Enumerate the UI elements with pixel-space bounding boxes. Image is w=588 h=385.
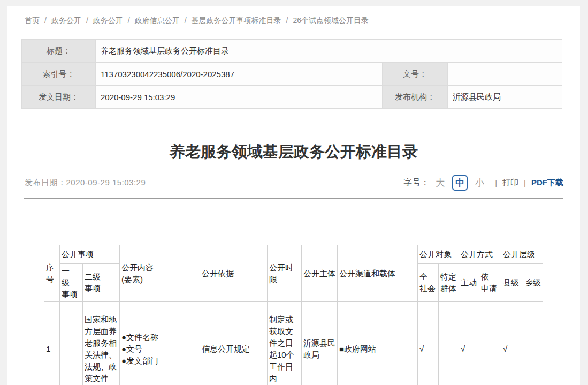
col-time-limit: 公开时 限 [268,245,302,302]
col-method-group: 公开方式 [459,245,501,264]
col-subject: 公开主体 [302,245,338,302]
col-content: 公开内容 (要素) [120,245,200,302]
breadcrumb-separator: / [185,16,187,25]
cell-subject: 沂源县民政局 [302,302,338,385]
meta-docnum-label: 文号： [383,63,448,86]
print-button[interactable]: 打印 [502,178,518,188]
breadcrumb-pilot-catalog[interactable]: 26个试点领域公开目录 [293,16,369,25]
col-method-active: 主动 [459,264,479,302]
publish-date-value: 2020-09-29 15:03:29 [66,178,146,187]
breadcrumb-zwgk-2[interactable]: 政务公开 [93,16,123,25]
meta-row-index: 索引号： 113703230042235006/2020-2025387 文号： [22,63,562,86]
document-meta-table: 标题： 养老服务领域基层政务公开标准目录 索引号： 11370323004223… [21,39,562,109]
col-basis: 公开依据 [200,245,268,302]
content-card: 首页/政务公开/政务公开/政府信息公开/基层政务公开事项标准目录/26个试点领域… [7,6,580,385]
catalog-header-row-1: 序 号 公开事项 公开内容 (要素) 公开依据 公开时 限 公开主体 公开渠道和… [44,245,543,264]
cell-content: ●文件名称 ●文号 ●发文部门 [120,302,200,385]
breadcrumb-gov-info[interactable]: 政府信息公开 [135,16,180,25]
col-channel: 公开渠道和载体 [338,245,418,302]
col-target-all: 全 社会 [418,264,439,302]
publish-date: 发布日期：2020-09-29 15:03:29 [25,178,146,188]
cell-target-specific [439,302,459,385]
pdf-download-button[interactable]: PDF下载 [531,178,563,188]
cell-level-county: √ [501,302,523,385]
meta-date-value: 2020-09-29 15:03:29 [96,86,383,109]
col-level2: 二级 事项 [83,264,120,302]
breadcrumb-home[interactable]: 首页 [25,16,40,25]
col-level-township: 乡级 [523,264,543,302]
fontsize-label: 字号： [403,177,429,188]
cell-method-request [479,302,501,385]
page-title: 养老服务领域基层政务公开标准目录 [7,141,580,162]
breadcrumb-separator: / [128,16,130,25]
meta-row-title: 标题： 养老服务领域基层政务公开标准目录 [22,40,562,63]
breadcrumb-separator: / [44,16,47,25]
cell-level1 [60,302,83,385]
breadcrumb-separator: / [86,16,88,25]
meta-title-label: 标题： [22,40,96,63]
publish-date-label: 发布日期： [25,178,66,187]
col-item-group: 公开事项 [60,245,120,264]
cell-level2: 国家和地方层面养老服务相关法律、法规、政策文件 [83,302,120,385]
col-method-request: 依 申请 [479,264,501,302]
meta-date-label: 发文日期： [22,86,96,109]
cell-level-township [523,302,543,385]
meta-docnum-value [448,63,562,86]
cell-method-active: √ [459,302,479,385]
meta-index-label: 索引号： [22,63,96,86]
col-target-specific: 特定 群体 [439,264,459,302]
breadcrumb: 首页/政务公开/政务公开/政府信息公开/基层政务公开事项标准目录/26个试点领域… [25,6,563,33]
col-seq: 序 号 [44,245,60,302]
meta-agency-label: 发布机构： [383,86,448,109]
breadcrumb-standard-catalog[interactable]: 基层政务公开事项标准目录 [192,16,281,25]
meta-index-value: 113703230042235006/2020-2025387 [96,63,383,86]
col-level1: 一 级 事项 [60,264,83,302]
meta-title-value: 养老服务领域基层政务公开标准目录 [96,40,562,63]
toolbar-divider: | [495,178,497,187]
fontsize-large-button[interactable]: 大 [432,175,448,191]
col-target-group: 公开对象 [418,245,459,264]
meta-row-date: 发文日期： 2020-09-29 15:03:29 发布机构： 沂源县民政局 [22,86,562,109]
cell-seq: 1 [44,302,60,385]
toolbar-actions: 字号： 大 中 小 | 打印 | PDF下载 [403,175,563,191]
article-toolbar: 发布日期：2020-09-29 15:03:29 字号： 大 中 小 | 打印 … [25,175,563,191]
toolbar-divider: | [524,178,526,187]
cell-channel: ■政府网站 [338,302,418,385]
fontsize-medium-button[interactable]: 中 [452,175,468,191]
cell-target-all: √ [418,302,439,385]
cell-time-limit: 制定或获取文件之日起10个工作日内 [268,302,302,385]
catalog-row-1: 1 国家和地方层面养老服务相关法律、法规、政策文件 ●文件名称 ●文号 ●发文部… [44,302,543,385]
disclosure-catalog-table: 序 号 公开事项 公开内容 (要素) 公开依据 公开时 限 公开主体 公开渠道和… [44,245,543,385]
cell-basis: 信息公开规定 [200,302,268,385]
content-divider [24,198,563,199]
breadcrumb-separator: / [286,16,288,25]
col-level-group: 公开层级 [501,245,543,264]
fontsize-small-button[interactable]: 小 [472,175,487,191]
meta-agency-value: 沂源县民政局 [448,86,562,109]
breadcrumb-zwgk-1[interactable]: 政务公开 [51,16,81,25]
col-level-county: 县级 [501,264,523,302]
